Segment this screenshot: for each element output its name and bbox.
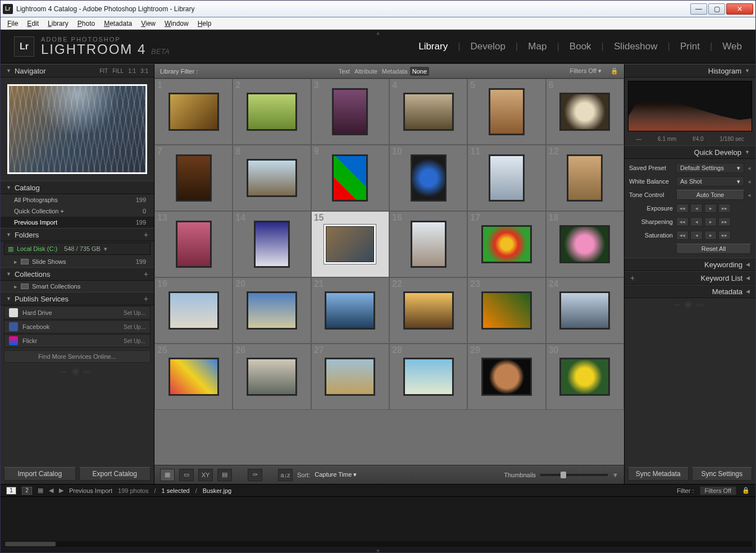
grid-cell[interactable]: 29 xyxy=(467,344,545,410)
filter-tab-none[interactable]: None xyxy=(410,67,429,76)
catalog-header[interactable]: ▼ Catalog xyxy=(1,181,154,194)
publish-row-hard-drive[interactable]: Hard DriveSet Up... xyxy=(4,306,151,319)
chevron-down-icon[interactable]: ▾ xyxy=(104,245,107,253)
nav-zoom-FILL[interactable]: FILL xyxy=(112,68,124,74)
volume-row[interactable]: ▥ Local Disk (C:) 548 / 735 GB ▾ xyxy=(4,243,151,255)
module-print[interactable]: Print xyxy=(680,41,700,52)
grid-cell[interactable]: 7 xyxy=(154,145,233,211)
chevron-left-icon[interactable]: ◂ xyxy=(748,191,751,199)
thumbnail[interactable] xyxy=(170,359,218,395)
import-catalog-button[interactable]: Import Catalog xyxy=(4,467,76,481)
grid-cell[interactable]: 2 xyxy=(233,79,311,145)
grid-cell[interactable]: 1 xyxy=(154,79,233,145)
grid-cell[interactable]: 28 xyxy=(389,344,467,410)
nav-zoom-FIT[interactable]: FIT xyxy=(99,68,108,74)
module-book[interactable]: Book xyxy=(570,41,591,52)
thumbnail[interactable] xyxy=(333,89,367,134)
thumbnail[interactable] xyxy=(482,226,531,262)
grid-cell[interactable]: 11 xyxy=(467,145,545,211)
grid-view-button[interactable]: ▦ xyxy=(160,469,175,481)
grid-cell[interactable]: 9 xyxy=(311,145,389,211)
thumbnail[interactable] xyxy=(170,293,218,328)
sort-direction-button[interactable]: a↓z xyxy=(278,469,293,481)
step-big-up[interactable]: ▸▸ xyxy=(718,217,731,226)
thumbnail[interactable] xyxy=(561,226,609,262)
module-slideshow[interactable]: Slideshow xyxy=(614,41,658,52)
thumbnail[interactable] xyxy=(490,156,523,200)
menu-photo[interactable]: Photo xyxy=(73,19,99,29)
navigator-preview[interactable] xyxy=(7,84,147,174)
grid-cell[interactable]: 13 xyxy=(154,211,233,277)
lock-icon[interactable]: 🔒 xyxy=(742,487,750,494)
thumbnail[interactable] xyxy=(326,226,374,262)
keyword-list-header[interactable]: +Keyword List◀ xyxy=(625,271,755,285)
grid-cell[interactable]: 23 xyxy=(467,277,545,344)
thumbnail[interactable] xyxy=(177,156,211,200)
grid-cell[interactable]: 19 xyxy=(154,277,233,344)
saved-preset-select[interactable]: Default Settings▾ xyxy=(676,163,744,173)
folders-header[interactable]: ▼ Folders + xyxy=(1,228,154,241)
library-filter-bar[interactable]: Library Filter : TextAttributeMetadataNo… xyxy=(154,64,624,79)
thumbnail[interactable] xyxy=(248,94,296,130)
module-develop[interactable]: Develop xyxy=(471,41,505,52)
publish-setup[interactable]: Set Up... xyxy=(124,338,145,344)
thumbnail[interactable] xyxy=(177,222,211,267)
menu-file[interactable]: File xyxy=(3,19,22,29)
menu-metadata[interactable]: Metadata xyxy=(99,19,136,29)
thumbnail[interactable] xyxy=(333,156,367,200)
grid-cell[interactable]: 10 xyxy=(389,145,467,211)
monitor-1-button[interactable]: 1 xyxy=(6,487,16,495)
thumbnail[interactable] xyxy=(568,156,602,200)
survey-view-button[interactable]: ▤ xyxy=(217,469,232,481)
filters-off-menu[interactable]: Filters Off ▾ xyxy=(567,66,604,76)
fs-filter-select[interactable]: Filters Off xyxy=(700,486,736,495)
thumbnail[interactable] xyxy=(326,359,374,395)
thumbnail[interactable] xyxy=(561,94,609,130)
grid-icon[interactable]: ▦ xyxy=(38,487,43,494)
publish-header[interactable]: ▼ Publish Services + xyxy=(1,292,154,305)
publish-setup[interactable]: Set Up... xyxy=(124,324,145,330)
sync-settings-button[interactable]: Sync Settings xyxy=(692,467,753,481)
thumbnail[interactable] xyxy=(170,94,218,130)
chevron-down-icon[interactable]: ▼ xyxy=(612,472,618,478)
grid-cell[interactable]: 27 xyxy=(311,344,389,410)
grid-toolbar[interactable]: ▦ ▭ XY ▤ ✑ a↓z Sort: Capture Time ▾ Thum… xyxy=(154,465,624,484)
grid-cell[interactable]: 17 xyxy=(467,211,545,277)
grid-cell[interactable]: 12 xyxy=(546,145,624,211)
add-collection-button[interactable]: + xyxy=(144,269,148,278)
filter-tab-metadata[interactable]: Metadata xyxy=(380,67,410,76)
collection-row[interactable]: ▸ Smart Collections xyxy=(1,281,154,292)
step-down[interactable]: ◂ xyxy=(690,204,703,213)
bottom-grabber-icon[interactable]: ▼ xyxy=(1,548,755,552)
thumbnail[interactable] xyxy=(490,89,523,134)
find-more-services-button[interactable]: Find More Services Online... xyxy=(4,350,151,363)
grid-cell[interactable]: 24 xyxy=(546,277,624,344)
filter-tab-attribute[interactable]: Attribute xyxy=(352,67,380,76)
histogram[interactable] xyxy=(628,81,752,131)
grid-cell[interactable]: 15 xyxy=(311,211,389,277)
grid-cell[interactable]: 14 xyxy=(233,211,311,277)
chevron-left-icon[interactable]: ◂ xyxy=(748,164,751,172)
grid-cell[interactable]: 4 xyxy=(389,79,467,145)
grid-cell[interactable]: 25 xyxy=(154,344,233,410)
add-publish-button[interactable]: + xyxy=(144,294,148,303)
add-folder-button[interactable]: + xyxy=(144,230,148,239)
thumbnail[interactable] xyxy=(248,293,296,328)
grid-cell[interactable]: 5 xyxy=(467,79,545,145)
grid-cell[interactable]: 6 xyxy=(546,79,624,145)
grid-cell[interactable]: 21 xyxy=(311,277,389,344)
menubar[interactable]: FileEditLibraryPhotoMetadataViewWindowHe… xyxy=(1,17,755,30)
thumbnail-size-slider[interactable] xyxy=(540,474,608,476)
thumbnail[interactable] xyxy=(404,94,453,130)
loupe-view-button[interactable]: ▭ xyxy=(179,469,194,481)
navigator-header[interactable]: ▼ Navigator FITFILL1:13:1 xyxy=(1,64,154,77)
catalog-row[interactable]: All Photographs199 xyxy=(1,194,154,205)
step-big-down[interactable]: ◂◂ xyxy=(676,204,689,213)
step-up[interactable]: ▸ xyxy=(704,204,717,213)
monitor-2-button[interactable]: 2 xyxy=(22,487,32,495)
filmstrip-scrollbar[interactable] xyxy=(4,541,752,547)
grid-cell[interactable]: 30 xyxy=(546,344,624,410)
nav-zoom-1-1[interactable]: 1:1 xyxy=(128,68,136,74)
chevron-left-icon[interactable]: ◂ xyxy=(748,178,751,185)
thumbnail[interactable] xyxy=(412,156,445,200)
